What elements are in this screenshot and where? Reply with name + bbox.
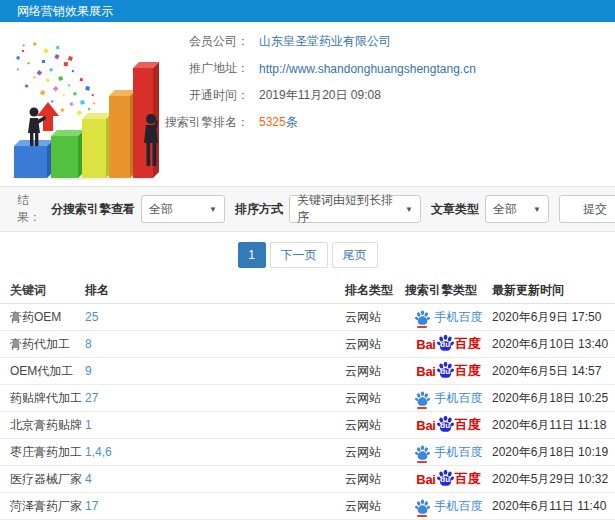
rank-count-number: 5325 bbox=[259, 115, 286, 129]
rank-link[interactable]: 4 bbox=[85, 472, 92, 486]
red-underline bbox=[417, 515, 427, 517]
rank-link[interactable]: 17 bbox=[85, 499, 98, 513]
rank-count-label: 搜索引擎排名： bbox=[165, 114, 249, 131]
updated-cell: 2020年6月10日 13:40 bbox=[492, 336, 615, 353]
chevron-down-icon: ▼ bbox=[399, 205, 413, 214]
member-info-section: 会员公司： 山东皇圣堂药业有限公司 推广地址： http://www.shand… bbox=[0, 22, 615, 186]
baidu-logo: Baidu百度 bbox=[416, 416, 480, 434]
sort-filter-label: 排序方式 bbox=[235, 201, 283, 218]
rank-count-value: 5325条 bbox=[259, 114, 298, 131]
rank-cell: 1 bbox=[85, 418, 345, 432]
keyword-cell: 药贴牌代加工 bbox=[10, 390, 85, 407]
header-rank-type: 排名类型 bbox=[345, 282, 405, 299]
rank-link[interactable]: 9 bbox=[85, 364, 92, 378]
page-title: 网络营销效果展示 bbox=[17, 4, 113, 18]
header-rank: 排名 bbox=[85, 282, 345, 299]
table-body: 膏药OEM25云网站手机百度2020年6月9日 17:50膏药代加工8云网站Ba… bbox=[0, 304, 615, 520]
keyword-cell: OEM代加工 bbox=[10, 363, 85, 380]
engine-cell: 手机百度 bbox=[405, 444, 492, 461]
table-row: 菏泽膏药厂家17云网站手机百度2020年6月11日 11:40 bbox=[0, 493, 615, 520]
keyword-cell: 菏泽膏药厂家 bbox=[10, 498, 85, 515]
mobile-baidu-badge: 手机百度 bbox=[415, 390, 483, 407]
baidu-paw-icon: du bbox=[437, 415, 454, 432]
rank-cell: 4 bbox=[85, 472, 345, 486]
open-time-value: 2019年11月20日 09:08 bbox=[259, 87, 381, 104]
article-type-label: 文章类型 bbox=[431, 201, 479, 218]
updated-cell: 2020年6月18日 10:25 bbox=[492, 390, 615, 407]
red-underline bbox=[417, 407, 427, 409]
rank-link[interactable]: 1,4,6 bbox=[85, 445, 112, 459]
updated-cell: 2020年6月11日 11:40 bbox=[492, 498, 615, 515]
last-page-button[interactable]: 尾页 bbox=[332, 242, 378, 268]
engine-type-label: 百度 bbox=[455, 362, 481, 380]
updated-cell: 2020年6月11日 11:18 bbox=[492, 417, 615, 434]
promotion-url-link[interactable]: http://www.shandonghuangshengtang.cn bbox=[259, 62, 476, 76]
page-1-button[interactable]: 1 bbox=[238, 242, 266, 268]
baidu-logo: Baidu百度 bbox=[416, 470, 480, 488]
rank-cell: 17 bbox=[85, 499, 345, 513]
table-row: 北京膏药贴牌1云网站Baidu百度2020年6月11日 11:18 bbox=[0, 412, 615, 439]
rank-link[interactable]: 8 bbox=[85, 337, 92, 351]
article-type-select[interactable]: 全部 ▼ bbox=[485, 195, 549, 223]
results-table: 关键词 排名 排名类型 搜索引擎类型 最新更新时间 膏药OEM25云网站手机百度… bbox=[0, 278, 615, 520]
engine-cell: Baidu百度 bbox=[405, 362, 492, 380]
table-row: 医疗器械厂家4云网站Baidu百度2020年5月29日 10:32 bbox=[0, 466, 615, 493]
baidu-logo-du: du bbox=[437, 367, 454, 376]
rank-cell: 9 bbox=[85, 364, 345, 378]
rank-type-cell: 云网站 bbox=[345, 498, 405, 515]
header-updated: 最新更新时间 bbox=[492, 282, 615, 299]
engine-cell: 手机百度 bbox=[405, 309, 492, 326]
baidu-paw-icon: du bbox=[437, 334, 454, 351]
member-fields: 会员公司： 山东皇圣堂药业有限公司 推广地址： http://www.shand… bbox=[165, 28, 476, 136]
rank-link[interactable]: 1 bbox=[85, 418, 92, 432]
updated-cell: 2020年6月18日 10:19 bbox=[492, 444, 615, 461]
engine-filter-value: 全部 bbox=[149, 201, 173, 218]
field-open-time: 开通时间： 2019年11月20日 09:08 bbox=[165, 82, 476, 109]
baidu-logo-bai: Bai bbox=[416, 337, 435, 352]
baidu-logo: Baidu百度 bbox=[416, 335, 480, 353]
updated-cell: 2020年6月5日 14:57 bbox=[492, 363, 615, 380]
engine-type-label: 手机百度 bbox=[435, 444, 483, 461]
table-row: 药贴牌代加工27云网站手机百度2020年6月18日 10:25 bbox=[0, 385, 615, 412]
keyword-cell: 医疗器械厂家 bbox=[10, 471, 85, 488]
open-time-label: 开通时间： bbox=[165, 87, 249, 104]
next-page-button[interactable]: 下一页 bbox=[270, 242, 328, 268]
field-url: 推广地址： http://www.shandonghuangshengtang.… bbox=[165, 55, 476, 82]
baidu-paw-icon: du bbox=[437, 469, 454, 486]
red-underline bbox=[417, 461, 427, 463]
engine-filter-select[interactable]: 全部 ▼ bbox=[141, 195, 225, 223]
engine-type-label: 百度 bbox=[455, 335, 481, 353]
baidu-logo-bai: Bai bbox=[416, 418, 435, 433]
page-title-bar: 网络营销效果展示 bbox=[0, 0, 615, 22]
rank-cell: 27 bbox=[85, 391, 345, 405]
sort-filter-value: 关键词由短到长排序 bbox=[297, 192, 399, 226]
rank-type-cell: 云网站 bbox=[345, 309, 405, 326]
rank-link[interactable]: 25 bbox=[85, 310, 98, 324]
engine-cell: Baidu百度 bbox=[405, 470, 492, 488]
engine-cell: 手机百度 bbox=[405, 390, 492, 407]
rank-type-cell: 云网站 bbox=[345, 363, 405, 380]
sort-filter-select[interactable]: 关键词由短到长排序 ▼ bbox=[289, 195, 421, 223]
submit-button[interactable]: 提交 bbox=[559, 195, 615, 223]
up-arrow-icon bbox=[37, 102, 59, 131]
url-label: 推广地址： bbox=[165, 60, 249, 77]
baidu-paw-icon bbox=[415, 310, 430, 325]
header-engine-type: 搜索引擎类型 bbox=[405, 282, 492, 299]
baidu-logo-bai: Bai bbox=[416, 472, 435, 487]
engine-type-label: 手机百度 bbox=[435, 498, 483, 515]
engine-cell: Baidu百度 bbox=[405, 335, 492, 353]
company-label: 会员公司： bbox=[165, 33, 249, 50]
keyword-cell: 北京膏药贴牌 bbox=[10, 417, 85, 434]
rank-cell: 1,4,6 bbox=[85, 445, 345, 459]
updated-cell: 2020年6月9日 17:50 bbox=[492, 309, 615, 326]
rank-link[interactable]: 27 bbox=[85, 391, 98, 405]
field-rank-count: 搜索引擎排名： 5325条 bbox=[165, 109, 476, 136]
rank-type-cell: 云网站 bbox=[345, 471, 405, 488]
rank-cell: 25 bbox=[85, 310, 345, 324]
company-link[interactable]: 山东皇圣堂药业有限公司 bbox=[259, 33, 391, 50]
bar-chart-image bbox=[4, 28, 186, 180]
rank-type-cell: 云网站 bbox=[345, 444, 405, 461]
engine-type-label: 百度 bbox=[455, 470, 481, 488]
baidu-logo-du: du bbox=[437, 340, 454, 349]
chevron-down-icon: ▼ bbox=[203, 205, 217, 214]
